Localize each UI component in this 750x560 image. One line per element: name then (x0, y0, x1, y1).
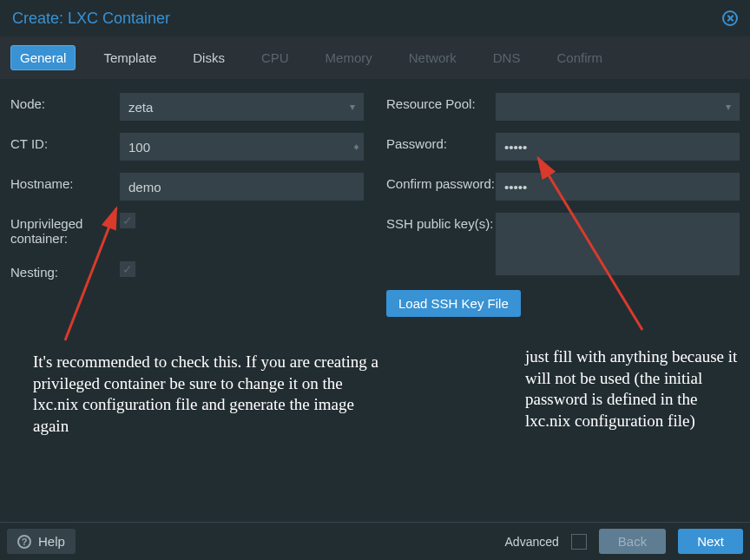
password-label: Password: (386, 133, 496, 155)
close-icon[interactable] (722, 10, 738, 26)
tab-general[interactable]: General (10, 45, 76, 70)
tab-network: Network (400, 46, 465, 69)
window-title: Create: LXC Container (12, 10, 170, 28)
ctid-label: CT ID: (10, 133, 120, 155)
confirm-password-label: Confirm password: (386, 173, 496, 194)
confirm-password-input[interactable] (496, 173, 740, 201)
help-label: Help (38, 534, 65, 549)
tab-confirm: Confirm (548, 46, 611, 69)
nesting-label: Nesting: (10, 261, 120, 283)
advanced-checkbox[interactable] (571, 534, 587, 550)
unprivileged-label: Unprivileged container: (10, 213, 120, 249)
tab-disks[interactable]: Disks (184, 46, 234, 69)
back-button: Back (599, 529, 666, 554)
help-button[interactable]: ? Help (7, 529, 76, 554)
annotation-password: just fill with anything because it will … (525, 346, 738, 432)
node-label: Node: (10, 93, 120, 115)
hostname-input[interactable] (120, 173, 364, 201)
nesting-checkbox[interactable] (120, 261, 135, 277)
help-icon: ? (17, 535, 31, 549)
wizard-tabs: General Template Disks CPU Memory Networ… (0, 36, 750, 79)
password-input[interactable] (496, 133, 740, 161)
next-button[interactable]: Next (678, 529, 743, 554)
tab-memory: Memory (317, 46, 381, 69)
resource-pool-select[interactable] (496, 93, 740, 121)
tab-dns: DNS (484, 46, 530, 69)
load-ssh-key-button[interactable]: Load SSH Key File (386, 290, 521, 317)
advanced-label: Advanced (505, 535, 559, 549)
ssh-key-textarea[interactable] (496, 213, 740, 275)
ctid-input[interactable] (120, 133, 364, 161)
ssh-key-label: SSH public key(s): (386, 213, 496, 234)
annotation-unprivileged: It's recommended to check this. If you a… (33, 352, 380, 438)
resource-pool-label: Resource Pool: (386, 93, 496, 115)
tab-cpu: CPU (253, 46, 298, 69)
hostname-label: Hostname: (10, 173, 120, 194)
spinner-buttons[interactable]: ▴▾ (354, 146, 359, 148)
unprivileged-checkbox[interactable] (120, 213, 135, 228)
tab-template[interactable]: Template (95, 46, 165, 69)
node-select[interactable] (120, 93, 364, 121)
